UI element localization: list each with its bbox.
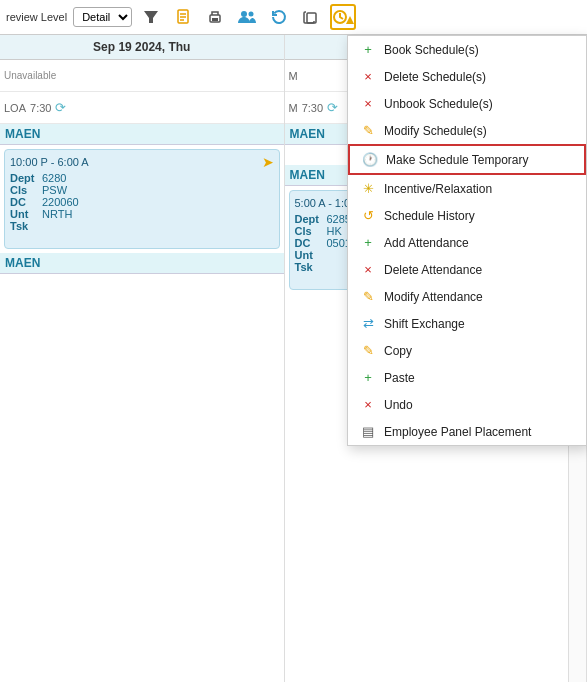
menu-label-history: Schedule History: [384, 209, 475, 223]
clock-icon-temporary: 🕐: [362, 152, 378, 167]
svg-point-8: [249, 12, 254, 17]
loa-time-row-sep19: LOA 7:30 ⟳: [0, 92, 284, 124]
menu-item-paste[interactable]: + Paste: [348, 364, 586, 391]
copy-icon[interactable]: [298, 4, 324, 30]
x-icon-attend: ×: [360, 262, 376, 277]
svg-marker-11: [346, 16, 354, 24]
x-icon-unbook: ×: [360, 96, 376, 111]
menu-label-modify: Modify Schedule(s): [384, 124, 487, 138]
x-icon-undo: ×: [360, 397, 376, 412]
print-icon[interactable]: [202, 4, 228, 30]
menu-label-unbook: Unbook Schedule(s): [384, 97, 493, 111]
plus-icon-book: +: [360, 42, 376, 57]
menu-item-delete[interactable]: × Delete Schedule(s): [348, 63, 586, 90]
menu-label-panel: Employee Panel Placement: [384, 425, 531, 439]
history-icon-menu: ↺: [360, 208, 376, 223]
menu-label-delete-attend: Delete Attendance: [384, 263, 482, 277]
panel-icon: ▤: [360, 424, 376, 439]
m-badge-sep20: M: [289, 70, 298, 82]
menu-item-temporary[interactable]: 🕐 Make Schedule Temporary: [348, 144, 586, 175]
menu-item-copy[interactable]: ✎ Copy: [348, 337, 586, 364]
svg-rect-6: [212, 18, 218, 21]
menu-item-panel[interactable]: ▤ Employee Panel Placement: [348, 418, 586, 445]
svg-point-7: [241, 11, 247, 17]
menu-label-modify-attend: Modify Attendance: [384, 290, 483, 304]
recycle-icon-sep20[interactable]: ⟳: [327, 100, 338, 115]
shift-time-sep19: 10:00 P - 6:00 A: [10, 156, 89, 168]
people-icon[interactable]: [234, 4, 260, 30]
loa-text-sep20: M: [289, 102, 298, 114]
filter-icon[interactable]: [138, 4, 164, 30]
edit-icon-copy: ✎: [360, 343, 376, 358]
detail-select[interactable]: Detail: [73, 7, 132, 27]
menu-item-incentive[interactable]: ✳ Incentive/Relaxation: [348, 175, 586, 202]
menu-label-shift-exchange: Shift Exchange: [384, 317, 465, 331]
menu-item-unbook[interactable]: × Unbook Schedule(s): [348, 90, 586, 117]
svg-marker-0: [144, 11, 158, 23]
loa-time-sep20: 7:30: [302, 102, 323, 114]
exchange-icon: ⇄: [360, 316, 376, 331]
menu-item-shift-exchange[interactable]: ⇄ Shift Exchange: [348, 310, 586, 337]
history-icon[interactable]: [330, 4, 356, 30]
menu-label-incentive: Incentive/Relaxation: [384, 182, 492, 196]
recycle-icon-sep19[interactable]: ⟳: [55, 100, 66, 115]
menu-item-history[interactable]: ↺ Schedule History: [348, 202, 586, 229]
day-header-sep19: Sep 19 2024, Thu: [0, 35, 284, 60]
refresh-icon[interactable]: [266, 4, 292, 30]
edit-icon-attend: ✎: [360, 289, 376, 304]
toolbar: review Level Detail: [0, 0, 587, 35]
unavailable-label: Unavailable: [4, 70, 56, 81]
section-maen-sep19-1: MAEN: [0, 124, 284, 145]
loa-row-sep19: Unavailable: [0, 60, 284, 92]
menu-item-modify[interactable]: ✎ Modify Schedule(s): [348, 117, 586, 144]
menu-label-temporary: Make Schedule Temporary: [386, 153, 529, 167]
menu-item-modify-attend[interactable]: ✎ Modify Attendance: [348, 283, 586, 310]
calendar-wrapper: Sep 19 2024, Thu Unavailable LOA 7:30 ⟳ …: [0, 35, 587, 682]
menu-item-delete-attend[interactable]: × Delete Attendance: [348, 256, 586, 283]
dropdown-menu: + Book Schedule(s) × Delete Schedule(s) …: [347, 35, 587, 446]
menu-label-paste: Paste: [384, 371, 415, 385]
edit-icon-modify: ✎: [360, 123, 376, 138]
shift-arrow-sep19: ➤: [262, 154, 274, 170]
loa-time-sep19: 7:30: [30, 102, 51, 114]
menu-label-book: Book Schedule(s): [384, 43, 479, 57]
shift-card-sep19: 10:00 P - 6:00 A ➤ Dept6280 ClsPSW DC220…: [4, 149, 280, 249]
menu-label-delete: Delete Schedule(s): [384, 70, 486, 84]
preview-level-label: review Level: [6, 11, 67, 23]
plus-icon-attend: +: [360, 235, 376, 250]
plus-icon-paste: +: [360, 370, 376, 385]
star-icon-incentive: ✳: [360, 181, 376, 196]
menu-label-add-attend: Add Attendance: [384, 236, 469, 250]
loa-badge-sep19: LOA: [4, 102, 26, 114]
menu-item-book[interactable]: + Book Schedule(s): [348, 36, 586, 63]
menu-item-undo[interactable]: × Undo: [348, 391, 586, 418]
menu-label-copy: Copy: [384, 344, 412, 358]
section-maen-sep19-2: MAEN: [0, 253, 284, 274]
day-col-sep19: Sep 19 2024, Thu Unavailable LOA 7:30 ⟳ …: [0, 35, 285, 682]
menu-label-undo: Undo: [384, 398, 413, 412]
document-icon[interactable]: [170, 4, 196, 30]
menu-item-add-attend[interactable]: + Add Attendance: [348, 229, 586, 256]
x-icon-delete: ×: [360, 69, 376, 84]
